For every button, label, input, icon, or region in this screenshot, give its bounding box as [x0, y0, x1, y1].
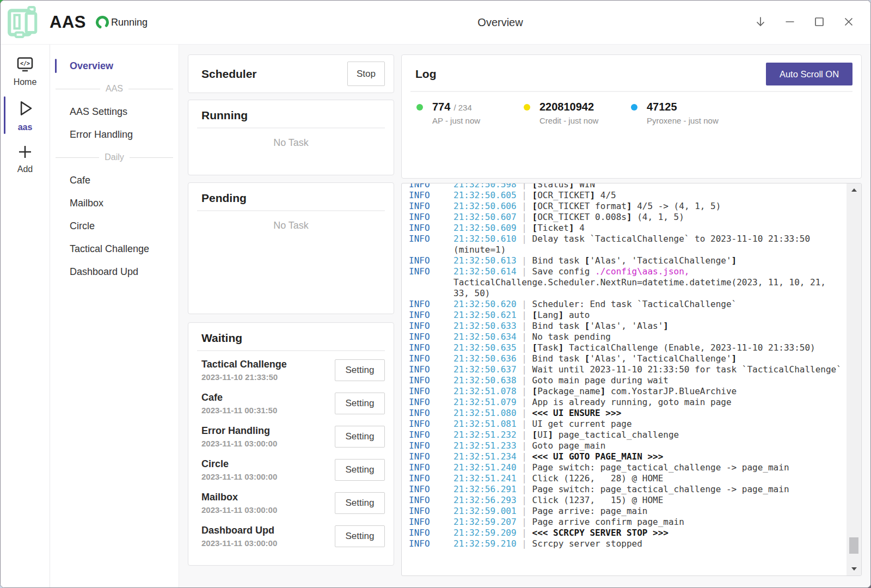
log-message: 21:32:51.078 | [Package_name] com.Yostar…	[453, 386, 845, 397]
log-message: 21:32:59.001 | Page arrive: page_main	[453, 506, 845, 517]
log-time: 21:32:51.080	[453, 408, 517, 418]
log-scrollbar[interactable]	[847, 183, 861, 575]
maximize-button[interactable]	[811, 14, 828, 31]
task-setting-button[interactable]: Setting	[335, 492, 385, 514]
log-message: 21:32:51.240 | Page switch: page_tactica…	[453, 462, 845, 473]
log-level: INFO	[409, 183, 453, 190]
sidebar-item-circle[interactable]: Circle	[50, 215, 179, 237]
sidebar-item-error-handling[interactable]: Error Handling	[50, 123, 179, 146]
log-separator: |	[517, 310, 532, 320]
stat-label: AP - just now	[432, 116, 480, 125]
log-message: 21:32:56.293 | Click (1237, 15) @ HOME	[453, 495, 845, 506]
log-separator: |	[517, 342, 532, 353]
task-info: Error Handling2023-11-11 03:00:00	[201, 425, 277, 448]
log-time: 21:32:50.598	[453, 183, 517, 189]
scroll-up-icon	[851, 188, 857, 192]
sidebar-item-tactical-challenge[interactable]: Tactical Challenge	[50, 237, 179, 260]
log-message: 21:32:50.634 | No task pending	[453, 332, 845, 342]
sidebar-item-aas-settings[interactable]: AAS Settings	[50, 100, 179, 123]
scroll-up-button[interactable]	[847, 185, 861, 195]
log-line: INFO21:32:50.621 | [Lang] auto	[409, 310, 845, 321]
task-setting-button[interactable]: Setting	[335, 359, 385, 381]
log-level: INFO	[409, 342, 453, 353]
sidebar-item-mailbox[interactable]: Mailbox	[50, 192, 179, 215]
body: </>HomeaasAdd OverviewAASAAS SettingsErr…	[1, 45, 870, 587]
log-time: 21:32:50.614	[453, 266, 517, 277]
log-separator: |	[517, 386, 532, 396]
log-line: INFO21:32:59.210 | Scrcpy server stopped	[409, 538, 845, 549]
sidebar-item-dashboard-upd[interactable]: Dashboard Upd	[50, 260, 179, 283]
log-time: 21:32:50.637	[453, 364, 517, 375]
waiting-task-row: Tactical Challenge2023-11-10 21:33:50Set…	[188, 353, 394, 387]
log-time: 21:32:50.613	[453, 255, 517, 266]
scroll-down-button[interactable]	[847, 564, 861, 574]
pending-empty-label: No Task	[188, 220, 394, 231]
maximize-icon	[812, 15, 826, 30]
log-line: INFO21:32:50.638 | Goto main page during…	[409, 375, 845, 386]
log-line: INFO21:32:51.241 | Click (1226, 28) @ HO…	[409, 473, 845, 484]
log-separator: |	[517, 255, 532, 266]
log-time: 21:32:51.079	[453, 397, 517, 407]
log-line: INFO21:32:56.291 | Page switch: page_tac…	[409, 484, 845, 495]
log-message: 21:32:50.633 | Bind task ['Alas', 'Alas'…	[453, 321, 845, 332]
log-message: 21:32:50.614 | Save config ./config\aas.…	[453, 266, 845, 299]
task-setting-button[interactable]: Setting	[335, 459, 385, 481]
sidebar-item-cafe[interactable]: Cafe	[50, 169, 179, 192]
log-level: INFO	[409, 353, 453, 364]
log-line: INFO21:32:50.606 | [OCR_TICKET format] 4…	[409, 201, 845, 212]
log-line: INFO21:32:51.078 | [Package_name] com.Yo…	[409, 386, 845, 397]
stat-value-row: 47125	[647, 101, 719, 113]
log-separator: |	[517, 528, 532, 538]
log-message: 21:32:51.079 | App is already running, g…	[453, 397, 845, 408]
app-title: AAS	[50, 13, 86, 32]
log-time: 21:32:50.606	[453, 201, 517, 211]
close-button[interactable]	[840, 14, 857, 31]
task-info: Tactical Challenge2023-11-10 21:33:50	[201, 359, 287, 382]
log-line: INFO21:32:50.607 | [OCR_TICKET 0.008s] (…	[409, 212, 845, 223]
log-line: INFO21:32:59.209 | <<< SCRCPY SERVER STO…	[409, 528, 845, 538]
log-separator: |	[517, 353, 532, 364]
log-separator: |	[517, 397, 532, 407]
log-time: 21:32:59.209	[453, 528, 517, 538]
stat-dot	[416, 104, 423, 111]
rail-item-label: Add	[17, 164, 33, 174]
scroll-down-icon	[851, 567, 857, 571]
hide-window-button[interactable]	[752, 14, 769, 31]
task-next-run: 2023-11-10 21:33:50	[201, 372, 287, 382]
rail-item-aas[interactable]: aas	[1, 95, 50, 135]
log-message: 21:32:59.207 | Page arrive confirm page_…	[453, 517, 845, 528]
log-message: 21:32:50.605 | [OCR_TICKET] 4/5	[453, 190, 845, 201]
rail-item-add[interactable]: Add	[1, 140, 50, 177]
sidebar-item-label: Dashboard Upd	[70, 266, 138, 278]
divider-line	[128, 89, 173, 89]
log-message: 21:32:50.609 | [Ticket] 4	[453, 223, 845, 234]
task-setting-button[interactable]: Setting	[335, 393, 385, 414]
auto-scroll-button[interactable]: Auto Scroll ON	[766, 63, 852, 85]
log-line: INFO21:32:50.598 | [Status] WIN	[409, 183, 845, 190]
log-level: INFO	[409, 190, 453, 201]
log-column: Log Auto Scroll ON 774/ 234AP - just now…	[401, 54, 862, 587]
log-line: INFO21:32:51.080 | <<< UI ENSURE >>>	[409, 408, 845, 419]
stat-item: 220810942Credit - just now	[524, 101, 631, 125]
log-message: 21:32:50.607 | [OCR_TICKET 0.008s] (4, 1…	[453, 212, 845, 223]
log-level: INFO	[409, 332, 453, 342]
running-panel: Running No Task	[188, 100, 394, 175]
log-level: INFO	[409, 430, 453, 440]
log-time: 21:32:50.636	[453, 353, 517, 364]
task-setting-button[interactable]: Setting	[335, 525, 385, 547]
log-separator: |	[517, 462, 532, 473]
log-line: INFO21:32:51.079 | App is already runnin…	[409, 397, 845, 408]
log-line: INFO21:32:50.605 | [OCR_TICKET] 4/5	[409, 190, 845, 201]
minimize-button[interactable]	[781, 14, 799, 31]
log-time: 21:32:50.620	[453, 299, 517, 309]
icon-rail: </>HomeaasAdd	[1, 45, 50, 587]
sidebar-item-overview[interactable]: Overview	[50, 54, 179, 77]
stat-value-row: 220810942	[539, 101, 598, 113]
stop-button[interactable]: Stop	[347, 62, 385, 86]
rail-item-home[interactable]: </>Home	[1, 52, 50, 90]
scroll-thumb[interactable]	[849, 537, 858, 554]
log-time: 21:32:56.293	[453, 495, 517, 505]
task-setting-button[interactable]: Setting	[335, 426, 385, 448]
log-message: 21:32:50.621 | [Lang] auto	[453, 310, 845, 321]
resource-stats: 774/ 234AP - just now220810942Credit - j…	[402, 92, 861, 125]
